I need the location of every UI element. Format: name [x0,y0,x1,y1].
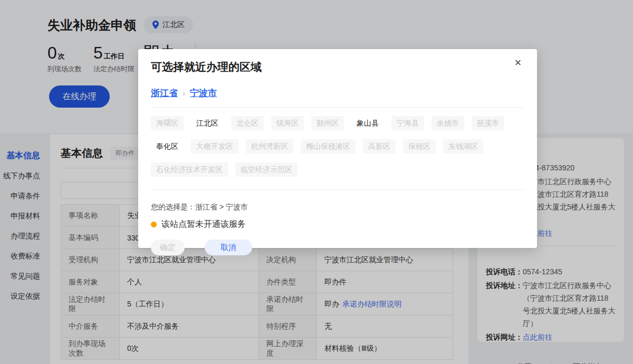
region-option-zhenhai: 镇海区 [271,116,304,130]
service-warning: 该站点暂未开通该服务 [151,219,524,230]
warning-text: 该站点暂未开通该服务 [161,219,246,230]
confirm-button[interactable]: 确定 [151,240,185,255]
region-options: 海曙区 江北区 北仑区 镇海区 鄞州区 象山县 宁海县 余姚市 慈溪市 奉化区 … [151,116,524,177]
region-option-haishu: 海曙区 [151,116,184,130]
region-option-yuyao: 余姚市 [431,116,464,130]
region-option-baoshui: 保税区 [403,139,436,154]
region-breadcrumb: 浙江省 › 宁波市 [151,87,524,99]
region-option-dongqianhu: 东钱湖区 [443,139,483,154]
page: 失业补助金申领 江北区 0次 到现场次数 5工作日 法定办结时限 即办 承诺办结… [0,0,633,364]
chevron-right-icon: › [183,89,185,98]
region-option-fenghua[interactable]: 奉化区 [151,139,184,154]
region-option-linkong: 临空经济示范区 [235,162,298,177]
region-option-daxie: 大榭开发区 [191,139,238,154]
warning-dot-icon [151,222,157,227]
cancel-button[interactable]: 取消 [205,240,252,255]
region-select-modal: 可选择就近办理的区域 × 浙江省 › 宁波市 海曙区 江北区 北仑区 镇海区 鄞… [138,49,537,248]
region-option-ninghai: 宁海县 [391,116,424,130]
region-option-beilun: 北仑区 [231,116,264,130]
breadcrumb-city-link[interactable]: 宁波市 [190,87,217,99]
region-option-jiangbei[interactable]: 江北区 [191,116,224,130]
region-option-hangzhouwan: 杭州湾新区 [246,139,293,154]
region-option-gaoxin: 高新区 [363,139,396,154]
region-option-xiangshan[interactable]: 象山县 [351,116,384,130]
region-option-shihua: 石化经济技术开发区 [151,162,228,177]
modal-divider [151,107,524,108]
modal-divider [151,189,524,190]
modal-title: 可选择就近办理的区域 [151,60,524,74]
breadcrumb-province-link[interactable]: 浙江省 [151,87,178,99]
region-option-cixi: 慈溪市 [472,116,504,130]
region-option-yinzhou: 鄞州区 [311,116,344,130]
current-selection-text: 您的选择是：浙江省 > 宁波市 [151,203,524,212]
region-option-meishan: 梅山保税港区 [301,139,356,154]
close-icon[interactable]: × [511,55,525,70]
